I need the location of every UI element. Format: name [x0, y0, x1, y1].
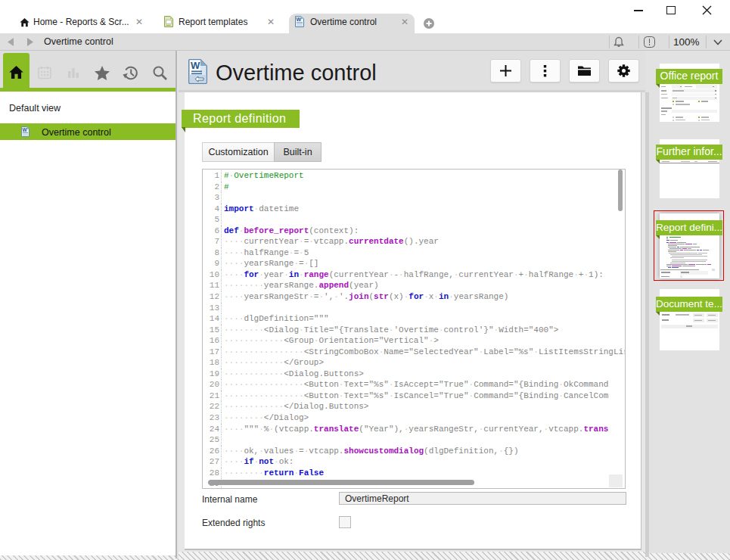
svg-text:W: W [191, 60, 200, 71]
svg-text:W: W [297, 17, 302, 22]
svg-text:W: W [22, 127, 27, 132]
